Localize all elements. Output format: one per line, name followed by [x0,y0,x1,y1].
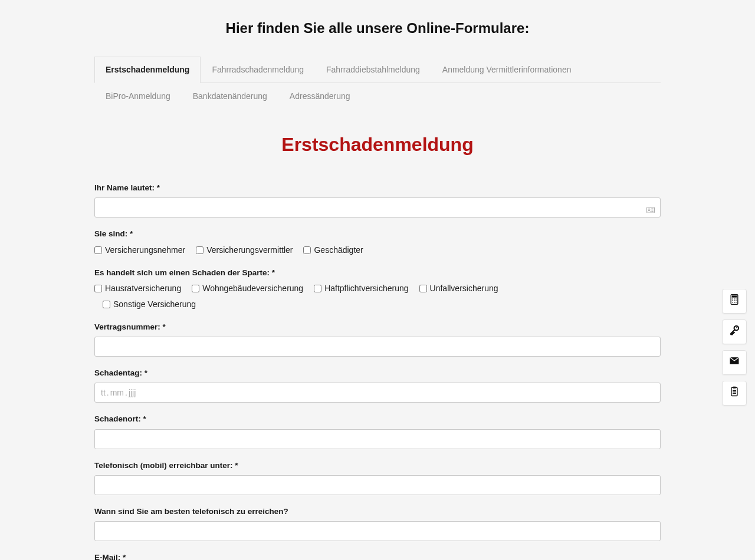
svg-point-15 [736,302,737,303]
mail-icon [728,355,740,370]
checkbox-label: Versicherungsnehmer [105,244,185,256]
form-heading: Erstschadenmeldung [94,130,661,159]
checkbox-input-versicherungsvermittler[interactable] [196,246,203,254]
tab-adressaenderung[interactable]: Adressänderung [278,83,362,110]
checkbox-input-haftpflicht[interactable] [314,285,321,292]
checkbox-input-unfall[interactable] [419,285,427,292]
svg-point-17 [736,327,737,328]
tab-bipro-anmeldung[interactable]: BiPro-Anmeldung [94,83,182,110]
checkbox-hausrat[interactable]: Hausratversicherung [94,282,181,295]
checkbox-label: Versicherungsvermittler [206,244,293,256]
schadenort-field[interactable] [94,429,661,449]
checkbox-label: Haftpflichtversicherung [324,282,408,295]
wann-erreichen-field[interactable] [94,521,661,541]
label-sparte: Es handelt sich um einen Schaden der Spa… [94,267,661,279]
svg-point-14 [734,302,735,303]
float-mail-button[interactable] [722,350,747,375]
label-vertragsnummer: Vertragsnummer: * [94,321,661,333]
clipboard-icon [728,386,740,401]
checkbox-label: Unfallversicherung [430,282,498,295]
checkbox-label: Hausratversicherung [105,282,181,295]
float-button-stack [722,289,747,406]
svg-point-12 [736,300,737,301]
vertragsnummer-field[interactable] [94,337,661,357]
date-mm: mm [110,387,124,399]
tab-fahrradschadenmeldung[interactable]: Fahrradschadenmeldung [201,57,315,83]
tabs-row-1: Erstschadenmeldung Fahrradschadenmeldung… [94,57,661,83]
checkbox-input-wohngebaeude[interactable] [192,285,199,292]
tab-fahrraddiebstahlmeldung[interactable]: Fahrraddiebstahlmeldung [315,57,431,83]
checkbox-input-geschaedigter[interactable] [303,246,311,254]
svg-point-8 [734,298,735,299]
tabs-row-2: BiPro-Anmeldung Bankdatenänderung Adress… [94,83,661,110]
svg-rect-19 [733,387,736,388]
svg-point-11 [734,300,735,301]
svg-point-7 [732,298,733,299]
checkbox-versicherungsvermittler[interactable]: Versicherungsvermittler [196,244,293,256]
tab-anmeldung-vermittlerinformationen[interactable]: Anmeldung Vermittlerinformationen [431,57,583,83]
name-field[interactable] [94,197,661,218]
page-title: Hier finden Sie alle unsere Online-Formu… [94,18,661,39]
schadentag-field[interactable]: tt.mm.jjjj [94,383,661,403]
checkbox-wohngebaeude[interactable]: Wohngebäudeversicherung [192,282,303,295]
checkbox-label: Sonstige Versicherung [113,298,196,311]
checkbox-sonstige[interactable]: Sonstige Versicherung [103,298,196,311]
svg-point-10 [732,300,733,301]
checkbox-unfall[interactable]: Unfallversicherung [419,282,498,295]
tab-erstschadenmeldung[interactable]: Erstschadenmeldung [94,57,201,83]
telefon-field[interactable] [94,475,661,495]
float-key-button[interactable] [722,319,747,344]
checkbox-label: Geschädigter [314,244,363,256]
svg-point-9 [736,298,737,299]
label-schadenort: Schadenort: * [94,413,661,425]
label-wann-erreichen: Wann sind Sie am besten telefonisch zu e… [94,506,661,518]
checkbox-geschaedigter[interactable]: Geschädigter [303,244,363,256]
checkbox-haftpflicht[interactable]: Haftpflichtversicherung [314,282,408,295]
key-icon [728,324,740,340]
checkbox-input-versicherungsnehmer[interactable] [94,246,102,254]
date-jjjj: jjjj [129,387,136,399]
label-email: E-Mail: * [94,552,661,560]
checkbox-input-hausrat[interactable] [94,285,102,292]
checkbox-versicherungsnehmer[interactable]: Versicherungsnehmer [94,244,185,256]
svg-rect-6 [732,295,737,297]
label-you-are: Sie sind: * [94,228,661,240]
label-telefon: Telefonisch (mobil) erreichbar unter: * [94,460,661,472]
label-name: Ihr Name lautet: * [94,182,661,194]
float-calculator-button[interactable] [722,289,747,314]
checkbox-input-sonstige[interactable] [103,301,110,308]
calculator-icon [728,294,740,309]
svg-point-13 [732,302,733,303]
checkbox-label: Wohngebäudeversicherung [202,282,303,295]
float-clipboard-button[interactable] [722,381,747,406]
label-schadentag: Schadentag: * [94,367,661,379]
tab-bankdatenaenderung[interactable]: Bankdatenänderung [182,83,278,110]
date-tt: tt [101,387,106,399]
